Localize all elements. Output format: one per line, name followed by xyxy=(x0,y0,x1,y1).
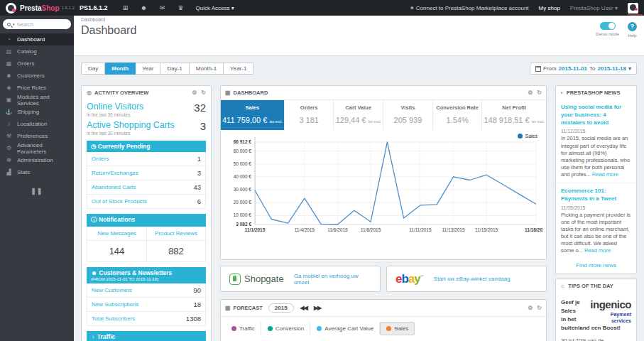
sidebar-item-orders[interactable]: ▦Orders xyxy=(0,58,74,70)
tab-conversion[interactable]: Conversion xyxy=(261,322,310,335)
collapse-sidebar-icon[interactable]: ❚❚ xyxy=(0,188,74,195)
new-messages-link[interactable]: New Messages xyxy=(87,227,146,241)
ebay-logo: ebay™ xyxy=(395,273,424,285)
customers-row-new-customers: New Customers90 xyxy=(87,283,206,298)
panel-title: PrestaShop News xyxy=(567,90,621,96)
mail-icon[interactable]: ✉ xyxy=(153,4,171,11)
new-messages-value: 144 xyxy=(87,241,146,261)
wrench-icon: ⚒ xyxy=(5,133,13,139)
sidebar-item-localization[interactable]: ♁Localization xyxy=(0,118,74,130)
forecast-year-badge[interactable]: 2015 xyxy=(268,303,294,313)
read-more-link[interactable]: Read more xyxy=(584,247,611,254)
refresh-icon[interactable]: ↻ xyxy=(537,90,542,96)
user-icon: ☻ xyxy=(91,269,97,276)
previous-year-button[interactable]: ◀◀ xyxy=(300,305,307,311)
sidebar-item-shipping[interactable]: ⚓Shipping xyxy=(0,106,74,118)
sidebar-item-advanced-parameters[interactable]: ⚙Advanced Parameters xyxy=(0,142,74,154)
cart-icon[interactable]: ⊞ xyxy=(116,4,134,11)
product-reviews-link[interactable]: Product Reviews xyxy=(146,227,205,241)
sidebar-item-preferences[interactable]: ⚒Preferences xyxy=(0,130,74,142)
quick-access-menu[interactable]: Quick Access ▾ xyxy=(195,5,234,11)
date-range-picker[interactable]: From2015-11-01 To2015-11-18 ▾ xyxy=(530,63,637,75)
find-more-news-link[interactable]: Find more news xyxy=(556,262,636,269)
article-title-link[interactable]: Ecommerce 101: Payments in a Tweet xyxy=(561,188,631,203)
article-excerpt: In 2015, social media are an integral pa… xyxy=(561,135,631,178)
article-title-link[interactable]: Using social media for your business: 4 … xyxy=(561,104,631,126)
tab-sales[interactable]: Sales xyxy=(380,322,415,335)
svg-text:11/4/2015: 11/4/2015 xyxy=(295,227,315,232)
online-visitors-link[interactable]: Online Visitors xyxy=(87,102,143,112)
filter-day-1-button[interactable]: Day-1 xyxy=(160,63,189,75)
filter-day-button[interactable]: Day xyxy=(81,63,105,75)
refresh-icon[interactable]: ↻ xyxy=(537,305,542,311)
main-content: Day Month Year Day-1 Month-1 Year-1 From… xyxy=(74,56,644,341)
row-link[interactable]: Out of Stock Products xyxy=(92,198,147,205)
row-value: 18 xyxy=(193,301,201,308)
tab-traffic[interactable]: Traffic xyxy=(225,322,261,335)
gear-icon[interactable]: ⚙ xyxy=(192,90,197,96)
my-shop-link[interactable]: My shop xyxy=(539,5,560,11)
sidebar-item-price-rules[interactable]: ◈Price Rules xyxy=(0,82,74,94)
row-value: 1308 xyxy=(186,315,201,323)
avatar[interactable]: PrestaShop xyxy=(628,3,638,13)
demo-mode-toggle[interactable] xyxy=(600,22,616,30)
gear-icon[interactable]: ⚙ xyxy=(528,305,533,311)
cogs-icon: ⚙ xyxy=(5,145,13,151)
filter-month-button[interactable]: Month xyxy=(105,63,136,75)
filter-month-1-button[interactable]: Month-1 xyxy=(190,63,224,75)
filter-year-1-button[interactable]: Year-1 xyxy=(224,63,253,75)
sidebar-item-stats[interactable]: ▟Stats xyxy=(0,166,74,178)
breadcrumb[interactable]: Dashboard xyxy=(81,17,637,22)
marketplace-link[interactable]: ⚭ Connect to PrestaShop Marketplace acco… xyxy=(410,5,529,11)
filter-year-button[interactable]: Year xyxy=(136,63,160,75)
shopgate-banner[interactable]: Shopgate Ga mobiel en verhoog uw omzet xyxy=(220,266,381,292)
user-menu[interactable]: PrestaShop User ▾ xyxy=(570,5,618,11)
kpi-visits[interactable]: Visits205 939 xyxy=(383,100,433,130)
row-link[interactable]: Total Subscribers xyxy=(92,315,135,322)
chart-legend[interactable]: Sales xyxy=(518,134,537,139)
kpi-cart-value[interactable]: Cart Value129,44 € tax excl. xyxy=(334,100,383,130)
sales-chart: Sales 66 912 €60 000 €50 000 €40 000 €30… xyxy=(221,130,546,243)
gear-icon[interactable]: ⚙ xyxy=(528,90,533,96)
help-icon[interactable]: ? xyxy=(628,22,637,31)
sidebar-item-modules-and-services[interactable]: ▣Modules and Services xyxy=(0,94,74,106)
sidebar-item-catalog[interactable]: ▤Catalog xyxy=(0,45,74,58)
kpi-conversion-rate[interactable]: Conversion Rate1.54% xyxy=(433,100,483,130)
person-icon[interactable]: ☻ xyxy=(134,4,153,11)
sidebar-item-administration[interactable]: ☸Administration xyxy=(0,154,74,166)
info-icon: ⓘ xyxy=(91,216,97,223)
users-icon: ☻ xyxy=(5,72,13,79)
cart-icon: ▦ xyxy=(225,90,231,96)
forecast-tabs: Traffic Conversion Average Cart Value Sa… xyxy=(221,316,546,340)
kpi-sales[interactable]: Sales411 759,00 € tax excl. xyxy=(221,100,285,130)
search-input[interactable]: ▾ Search xyxy=(3,19,71,29)
puzzle-icon: ▣ xyxy=(5,97,13,103)
svg-text:11/15/2015: 11/15/2015 xyxy=(475,227,498,232)
svg-text:10 000 €: 10 000 € xyxy=(234,212,252,217)
row-link[interactable]: Return/Exchanges xyxy=(92,170,138,176)
ebay-link[interactable]: Start uw eBay-winkel vandaag xyxy=(434,276,511,282)
pending-row-returns: Return/Exchanges3 xyxy=(87,166,206,180)
sidebar-item-customers[interactable]: ☻Customers xyxy=(0,70,74,82)
shopgate-link[interactable]: Ga mobiel en verhoog uw omzet xyxy=(294,273,371,286)
row-link[interactable]: Abandoned Carts xyxy=(92,184,136,190)
active-carts-link[interactable]: Active Shopping Carts xyxy=(87,120,175,130)
kpi-orders[interactable]: Orders3 181 xyxy=(285,100,334,130)
pending-row-orders: Orders1 xyxy=(87,152,206,166)
tags-icon: ◈ xyxy=(5,85,13,91)
shop-version-label: PS1.6.1.2 xyxy=(80,4,108,11)
kpi-net-profit[interactable]: Net Profit148 918,51 € tax excl. xyxy=(482,100,546,130)
tab-average-cart-value[interactable]: Average Cart Value xyxy=(310,322,380,335)
next-year-button[interactable]: ▶▶ xyxy=(314,305,321,311)
row-link[interactable]: Orders xyxy=(92,156,109,162)
refresh-icon[interactable]: ↻ xyxy=(201,90,206,96)
sidebar-item-dashboard[interactable]: ◔Dashboard xyxy=(0,33,74,45)
trophy-icon[interactable]: ♛ xyxy=(171,4,190,11)
truck-icon: ⚓ xyxy=(5,109,13,115)
ebay-banner[interactable]: ebay™ Start uw eBay-winkel vandaag xyxy=(386,266,547,292)
read-more-link[interactable]: Read more xyxy=(592,171,618,178)
filter-bar: Day Month Year Day-1 Month-1 Year-1 From… xyxy=(81,63,637,75)
row-link[interactable]: New Subscriptions xyxy=(92,301,138,308)
svg-text:11/8/2015: 11/8/2015 xyxy=(361,227,381,232)
row-link[interactable]: New Customers xyxy=(92,287,132,293)
